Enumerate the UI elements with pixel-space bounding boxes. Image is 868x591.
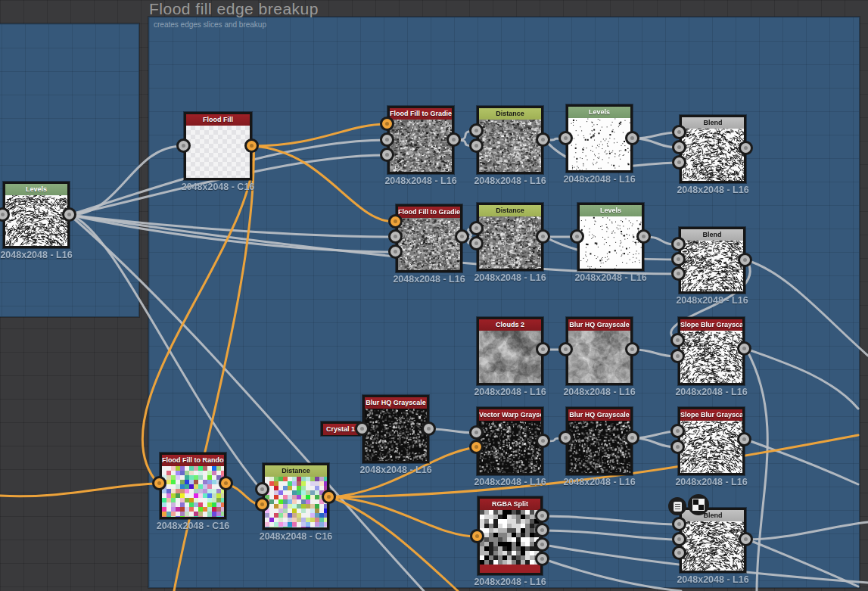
node-distance-3[interactable]: Distance [263, 463, 329, 530]
node-header[interactable]: Blur HQ Grayscale [365, 397, 427, 409]
input-connector[interactable] [670, 440, 685, 454]
output-connector[interactable] [244, 138, 259, 153]
node-distance-1[interactable]: Distance [477, 106, 543, 174]
node-flood-fill[interactable]: Flood Fill [184, 112, 252, 180]
output-connector[interactable] [535, 509, 549, 523]
node-header[interactable]: Levels [580, 205, 642, 216]
node-clouds-2[interactable]: Clouds 2 [477, 317, 543, 385]
node-header[interactable]: Crystal 1 [323, 424, 358, 435]
input-connector[interactable] [380, 117, 394, 131]
output-connector[interactable] [625, 431, 639, 445]
input-connector[interactable] [558, 431, 573, 445]
output-connector[interactable] [446, 132, 461, 147]
node-levels-2[interactable]: Levels [577, 203, 644, 271]
node-header[interactable]: Flood Fill to Random C... [162, 455, 224, 466]
node-header[interactable]: Flood Fill to Gradient [390, 108, 452, 120]
input-connector[interactable] [570, 229, 584, 244]
node-levels-src[interactable]: Levels [3, 182, 70, 248]
node-header[interactable]: Levels [5, 184, 67, 195]
input-connector[interactable] [672, 517, 686, 531]
input-connector[interactable] [380, 132, 394, 147]
input-connector[interactable] [670, 424, 685, 438]
node-header[interactable]: Distance [265, 465, 327, 477]
node-ff-gradient-1[interactable]: Flood Fill to Gradient [387, 106, 454, 174]
node-header[interactable]: Vector Warp Grayscale [479, 409, 541, 421]
output-connector[interactable] [625, 131, 639, 145]
output-connector[interactable] [322, 490, 336, 504]
node-slope-blur-2[interactable]: Slope Blur Grayscale [678, 407, 745, 475]
node-header[interactable]: Blend [682, 117, 744, 129]
input-connector[interactable] [558, 131, 573, 145]
input-connector[interactable] [672, 125, 686, 139]
input-connector[interactable] [152, 476, 166, 490]
node-header[interactable]: Blur HQ Grayscale [568, 319, 630, 331]
input-connector[interactable] [255, 482, 269, 496]
input-connector[interactable] [671, 266, 686, 281]
comment-frame-left[interactable] [0, 23, 139, 317]
node-header[interactable]: Blend [681, 229, 743, 241]
input-connector[interactable] [380, 148, 394, 162]
node-header[interactable]: RGBA Split [480, 499, 540, 510]
node-levels-1[interactable]: Levels [566, 104, 633, 173]
input-connector[interactable] [355, 421, 369, 436]
node-rgba-split[interactable]: RGBA Split [478, 496, 543, 575]
input-connector[interactable] [672, 140, 686, 154]
input-connector[interactable] [469, 221, 484, 235]
input-connector[interactable] [388, 214, 403, 229]
input-connector[interactable] [672, 155, 686, 170]
input-connector[interactable] [670, 333, 685, 347]
node-header[interactable]: Slope Blur Grayscale [680, 409, 742, 421]
input-connector[interactable] [670, 349, 685, 363]
output-connector[interactable] [737, 341, 751, 356]
input-connector[interactable] [672, 546, 686, 560]
node-header[interactable]: Distance [479, 205, 541, 216]
input-connector[interactable] [469, 425, 484, 440]
input-connector[interactable] [388, 244, 403, 259]
input-connector[interactable] [255, 497, 269, 512]
input-connector[interactable] [469, 440, 484, 454]
output-connector[interactable] [536, 434, 550, 448]
output-connector[interactable] [739, 532, 753, 546]
node-ff-random[interactable]: Flood Fill to Random C... [160, 453, 226, 519]
output-connector[interactable] [422, 421, 436, 436]
output-connector[interactable] [535, 537, 549, 552]
node-header[interactable]: Clouds 2 [479, 319, 541, 331]
output-connector[interactable] [737, 432, 751, 446]
wire-color[interactable] [0, 484, 158, 496]
node-blend-2[interactable]: Blend [679, 227, 745, 294]
output-connector[interactable] [535, 552, 549, 566]
input-connector[interactable] [469, 123, 484, 138]
input-connector[interactable] [469, 236, 484, 250]
output-connector[interactable] [219, 476, 233, 490]
input-connector[interactable] [388, 229, 403, 244]
node-header[interactable]: Levels [568, 107, 630, 118]
output-connector[interactable] [62, 207, 76, 222]
output-connector[interactable] [738, 253, 752, 267]
input-connector[interactable] [672, 532, 686, 546]
input-connector[interactable] [176, 138, 191, 153]
output-connector[interactable] [536, 132, 550, 147]
output-connector[interactable] [636, 229, 651, 244]
node-blend-3[interactable]: Blend [680, 508, 746, 573]
node-header[interactable]: Distance [479, 108, 541, 120]
output-connector[interactable] [739, 141, 753, 155]
node-blend-1[interactable]: Blend [680, 115, 746, 183]
node-blur-hq-3[interactable]: Blur HQ Grayscale [566, 407, 633, 475]
input-connector[interactable] [558, 342, 573, 356]
output-connector[interactable] [536, 342, 550, 356]
input-connector[interactable] [469, 138, 484, 153]
node-header[interactable]: Flood Fill to Gradient [398, 207, 460, 218]
node-blur-hq-2[interactable]: Blur HQ Grayscale [362, 395, 429, 463]
node-ff-gradient-2[interactable]: Flood Fill to Gradient [396, 204, 462, 272]
node-graph-canvas[interactable]: Flood fill edge breakup creates edges sl… [0, 0, 868, 591]
node-header[interactable]: Blur HQ Grayscale [568, 409, 630, 421]
node-slope-blur-1[interactable]: Slope Blur Grayscale [678, 317, 745, 385]
output-connector[interactable] [535, 523, 549, 537]
node-header[interactable]: Flood Fill [186, 114, 250, 126]
output-connector[interactable] [625, 342, 639, 356]
output-connector[interactable] [536, 229, 550, 244]
output-connector[interactable] [455, 229, 469, 244]
input-connector[interactable] [470, 529, 484, 543]
input-connector[interactable] [671, 252, 686, 266]
doc-icon[interactable] [668, 497, 686, 515]
